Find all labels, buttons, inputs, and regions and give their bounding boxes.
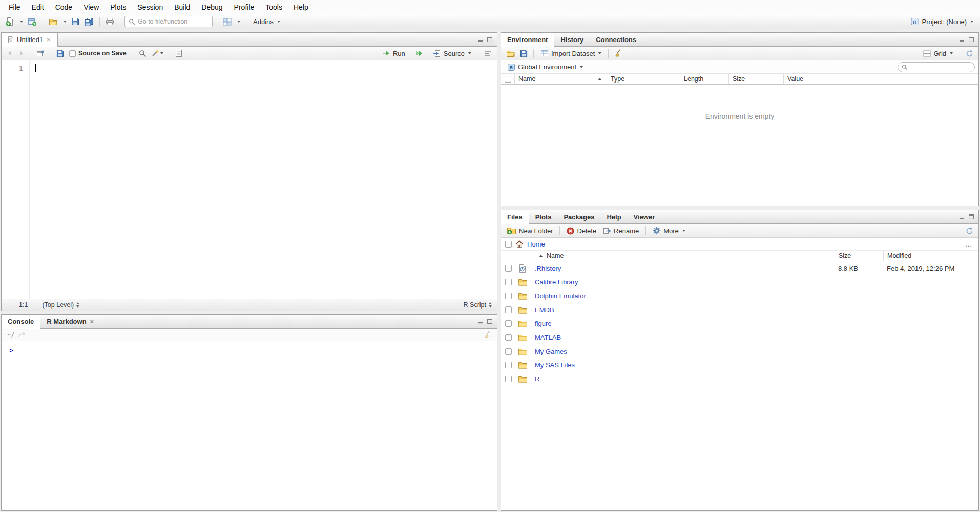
minimize-panel-icon[interactable] [960,37,965,42]
source-on-save-checkbox[interactable]: Source on Save [67,50,129,57]
grid-view-button[interactable]: Grid [921,49,955,58]
back-icon[interactable] [5,49,15,57]
find-replace-icon[interactable] [137,49,148,58]
tab-packages[interactable]: Packages [557,210,600,223]
menu-item-plots[interactable]: Plots [105,1,132,13]
select-all-checkbox[interactable] [505,241,512,248]
load-workspace-icon[interactable] [505,49,517,58]
console-output[interactable]: > [2,341,497,510]
new-folder-button[interactable]: New Folder [505,226,555,236]
maximize-panel-icon[interactable] [487,319,492,324]
goto-working-directory-icon[interactable] [17,331,27,339]
file-type-selector[interactable]: R Script [464,301,492,309]
column-header-size[interactable]: Size [728,74,783,84]
column-header-name[interactable]: Name [514,74,607,84]
tab-help[interactable]: Help [600,210,627,223]
goto-file-input[interactable] [138,18,208,25]
menu-item-code[interactable]: Code [50,1,78,13]
save-icon[interactable] [70,16,81,27]
file-link[interactable]: figure [535,320,552,327]
minimize-panel-icon[interactable] [960,214,965,219]
file-checkbox[interactable] [505,348,512,355]
refresh-icon[interactable] [964,226,975,236]
file-checkbox[interactable] [505,320,512,327]
file-link[interactable]: Dolphin Emulator [535,292,586,300]
maximize-panel-icon[interactable] [969,37,974,42]
file-row[interactable]: My Games [501,344,978,358]
breadcrumb-home-link[interactable]: Home [527,240,545,248]
file-row[interactable]: figure [501,317,978,331]
file-row[interactable]: Dolphin Emulator [501,289,978,303]
column-header-value[interactable]: Value [783,74,978,84]
file-link[interactable]: .Rhistory [535,264,561,272]
run-button[interactable]: Run [380,49,408,58]
file-checkbox[interactable] [505,293,512,299]
file-checkbox[interactable] [505,265,512,272]
environment-scope-selector[interactable]: R Global Environment [505,62,586,72]
rename-button[interactable]: Rename [600,226,641,236]
file-checkbox[interactable] [505,376,512,382]
refresh-icon[interactable] [964,49,975,58]
open-file-icon[interactable] [47,17,59,27]
file-row[interactable]: MATLAB [501,331,978,344]
column-header-type[interactable]: Type [607,74,680,84]
breadcrumb-overflow-button[interactable]: ... [963,240,974,248]
file-row[interactable]: Calibre Library [501,275,978,289]
file-row[interactable]: .Rhistory 8.8 KB Feb 4, 2019, 12:26 PM [501,261,978,275]
menu-item-view[interactable]: View [78,1,105,13]
environment-search-input[interactable] [910,64,971,71]
import-dataset-button[interactable]: Import Dataset [538,49,604,58]
maximize-panel-icon[interactable] [487,37,492,42]
maximize-panel-icon[interactable] [969,214,974,219]
forward-icon[interactable] [16,49,26,57]
menu-item-profile[interactable]: Profile [228,1,260,13]
tab-history[interactable]: History [554,33,590,46]
clear-environment-icon[interactable] [613,48,624,58]
more-button[interactable]: More [650,226,688,236]
open-in-new-window-icon[interactable] [35,49,46,58]
tab-environment[interactable]: Environment [501,33,554,47]
delete-button[interactable]: Delete [564,226,599,236]
file-row[interactable]: EMDB [501,303,978,317]
tab-plots[interactable]: Plots [529,210,558,223]
new-file-dropdown[interactable] [17,19,25,24]
column-header-name[interactable]: Name [533,251,835,261]
tab-files[interactable]: Files [501,210,529,224]
file-link[interactable]: My SAS Files [535,361,575,369]
tab-untitled1[interactable]: Untitled1 × [2,33,58,47]
panes-dropdown[interactable] [235,19,242,24]
menu-item-build[interactable]: Build [169,1,196,13]
tab-console[interactable]: Console [2,315,40,329]
print-icon[interactable] [104,16,116,27]
tab-r-markdown[interactable]: R Markdown × [40,315,100,328]
file-link[interactable]: R [535,375,539,383]
close-icon[interactable]: × [46,36,51,43]
file-link[interactable]: MATLAB [535,334,561,341]
file-row[interactable]: R [501,372,978,386]
document-outline-icon[interactable] [483,49,493,58]
menu-item-debug[interactable]: Debug [196,1,228,13]
file-link[interactable]: My Games [535,347,567,355]
menu-item-edit[interactable]: Edit [26,1,50,13]
addins-button[interactable]: Addins [251,17,283,27]
code-editor[interactable]: 1 [2,60,497,299]
rerun-icon[interactable] [413,49,425,58]
minimize-panel-icon[interactable] [478,319,483,324]
menu-item-help[interactable]: Help [288,1,314,13]
close-icon[interactable]: × [90,318,95,325]
save-all-icon[interactable] [82,16,95,27]
new-project-icon[interactable] [26,16,38,27]
file-checkbox[interactable] [505,334,512,341]
project-selector[interactable]: R Project: (None) [908,16,976,27]
select-all-checkbox[interactable] [505,76,511,83]
new-file-icon[interactable] [4,16,16,27]
file-checkbox[interactable] [505,362,512,368]
file-link[interactable]: EMDB [535,306,554,314]
cursor-position[interactable]: 1:1 [19,301,28,309]
file-checkbox[interactable] [505,279,512,285]
open-file-dropdown[interactable] [61,19,68,24]
file-row[interactable]: My SAS Files [501,358,978,372]
file-link[interactable]: Calibre Library [535,278,578,286]
source-button[interactable]: Source [430,49,474,58]
column-header-length[interactable]: Length [680,74,728,84]
